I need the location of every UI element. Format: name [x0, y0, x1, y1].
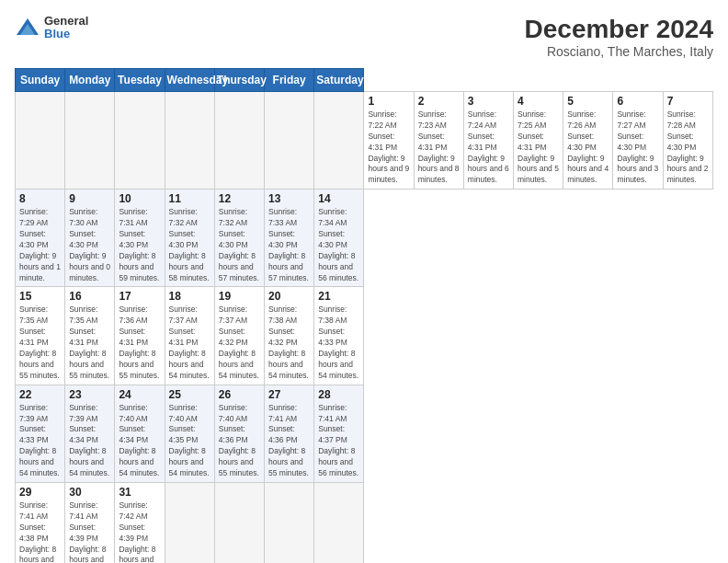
day-info: Sunrise: 7:41 AMSunset: 4:39 PMDaylight:…	[69, 500, 110, 563]
calendar-header-monday: Monday	[65, 69, 115, 92]
day-info: Sunrise: 7:25 AMSunset: 4:31 PMDaylight:…	[518, 109, 559, 186]
day-info: Sunrise: 7:40 AMSunset: 4:35 PMDaylight:…	[169, 403, 210, 479]
day-number: 24	[119, 388, 160, 401]
calendar-cell: 5Sunrise: 7:26 AMSunset: 4:30 PMDaylight…	[563, 92, 613, 190]
calendar-cell	[65, 92, 115, 190]
calendar-week-2: 8Sunrise: 7:29 AMSunset: 4:30 PMDaylight…	[16, 190, 713, 287]
calendar-header-row: SundayMondayTuesdayWednesdayThursdayFrid…	[16, 69, 713, 92]
calendar-cell: 31Sunrise: 7:42 AMSunset: 4:39 PMDayligh…	[115, 482, 165, 563]
day-info: Sunrise: 7:40 AMSunset: 4:36 PMDaylight:…	[219, 403, 260, 479]
calendar-cell	[214, 482, 264, 563]
calendar-cell: 21Sunrise: 7:38 AMSunset: 4:33 PMDayligh…	[314, 287, 364, 385]
day-info: Sunrise: 7:30 AMSunset: 4:30 PMDaylight:…	[69, 207, 110, 283]
calendar-cell: 27Sunrise: 7:41 AMSunset: 4:36 PMDayligh…	[265, 385, 314, 482]
day-info: Sunrise: 7:32 AMSunset: 4:30 PMDaylight:…	[219, 207, 260, 283]
day-info: Sunrise: 7:38 AMSunset: 4:33 PMDaylight:…	[318, 304, 359, 381]
day-info: Sunrise: 7:24 AMSunset: 4:31 PMDaylight:…	[468, 109, 509, 186]
day-info: Sunrise: 7:41 AMSunset: 4:38 PMDaylight:…	[19, 500, 61, 563]
calendar-cell: 23Sunrise: 7:39 AMSunset: 4:34 PMDayligh…	[65, 385, 115, 482]
calendar-cell	[314, 92, 364, 190]
calendar-cell: 25Sunrise: 7:40 AMSunset: 4:35 PMDayligh…	[165, 385, 214, 482]
logo-text: General Blue	[44, 15, 88, 41]
day-number: 5	[567, 95, 609, 108]
day-number: 2	[418, 95, 460, 108]
calendar-cell: 8Sunrise: 7:29 AMSunset: 4:30 PMDaylight…	[16, 190, 65, 287]
calendar-body: 1Sunrise: 7:22 AMSunset: 4:31 PMDaylight…	[16, 92, 713, 564]
calendar-cell	[314, 482, 364, 563]
calendar-header-friday: Friday	[265, 69, 314, 92]
month-title: December 2024	[525, 15, 713, 44]
day-info: Sunrise: 7:26 AMSunset: 4:30 PMDaylight:…	[567, 109, 609, 186]
day-info: Sunrise: 7:36 AMSunset: 4:31 PMDaylight:…	[119, 304, 160, 381]
calendar-cell	[165, 92, 214, 190]
day-number: 28	[318, 388, 359, 401]
day-info: Sunrise: 7:42 AMSunset: 4:39 PMDaylight:…	[119, 500, 160, 563]
calendar-cell: 10Sunrise: 7:31 AMSunset: 4:30 PMDayligh…	[115, 190, 165, 287]
calendar-cell: 1Sunrise: 7:22 AMSunset: 4:31 PMDaylight…	[364, 92, 414, 190]
day-number: 27	[268, 388, 310, 401]
day-number: 16	[69, 290, 110, 303]
calendar-cell: 11Sunrise: 7:32 AMSunset: 4:30 PMDayligh…	[165, 190, 214, 287]
day-number: 18	[169, 290, 210, 303]
calendar-cell	[265, 482, 314, 563]
calendar-cell: 15Sunrise: 7:35 AMSunset: 4:31 PMDayligh…	[16, 287, 65, 385]
day-info: Sunrise: 7:27 AMSunset: 4:30 PMDaylight:…	[617, 109, 658, 186]
calendar-header-saturday: Saturday	[314, 69, 364, 92]
calendar-cell: 24Sunrise: 7:40 AMSunset: 4:34 PMDayligh…	[115, 385, 165, 482]
day-info: Sunrise: 7:39 AMSunset: 4:34 PMDaylight:…	[69, 403, 110, 479]
calendar-cell	[16, 92, 65, 190]
page: General Blue December 2024 Rosciano, The…	[0, 0, 728, 563]
calendar-cell: 20Sunrise: 7:38 AMSunset: 4:32 PMDayligh…	[265, 287, 314, 385]
day-info: Sunrise: 7:31 AMSunset: 4:30 PMDaylight:…	[119, 207, 160, 283]
day-number: 31	[119, 486, 160, 499]
day-number: 20	[268, 290, 310, 303]
calendar-cell: 14Sunrise: 7:34 AMSunset: 4:30 PMDayligh…	[314, 190, 364, 287]
calendar-cell	[165, 482, 214, 563]
calendar-cell: 12Sunrise: 7:32 AMSunset: 4:30 PMDayligh…	[214, 190, 264, 287]
day-info: Sunrise: 7:28 AMSunset: 4:30 PMDaylight:…	[667, 109, 709, 186]
day-number: 10	[119, 192, 160, 205]
day-number: 17	[119, 290, 160, 303]
day-number: 14	[318, 192, 359, 205]
day-number: 8	[19, 192, 61, 205]
calendar-table: SundayMondayTuesdayWednesdayThursdayFrid…	[15, 68, 713, 563]
day-info: Sunrise: 7:37 AMSunset: 4:32 PMDaylight:…	[219, 304, 260, 381]
day-info: Sunrise: 7:35 AMSunset: 4:31 PMDaylight:…	[69, 304, 110, 381]
calendar-cell: 4Sunrise: 7:25 AMSunset: 4:31 PMDaylight…	[514, 92, 563, 190]
day-number: 30	[69, 486, 110, 499]
day-info: Sunrise: 7:39 AMSunset: 4:33 PMDaylight:…	[19, 403, 61, 479]
day-info: Sunrise: 7:23 AMSunset: 4:31 PMDaylight:…	[418, 109, 460, 186]
day-info: Sunrise: 7:40 AMSunset: 4:34 PMDaylight:…	[119, 403, 160, 479]
title-block: December 2024 Rosciano, The Marches, Ita…	[525, 15, 713, 59]
day-info: Sunrise: 7:22 AMSunset: 4:31 PMDaylight:…	[368, 109, 409, 186]
day-info: Sunrise: 7:37 AMSunset: 4:31 PMDaylight:…	[169, 304, 210, 381]
day-number: 15	[19, 290, 61, 303]
day-number: 6	[617, 95, 658, 108]
calendar-cell: 2Sunrise: 7:23 AMSunset: 4:31 PMDaylight…	[414, 92, 463, 190]
calendar-header-wednesday: Wednesday	[165, 69, 214, 92]
logo-blue: Blue	[44, 28, 88, 40]
calendar-cell: 13Sunrise: 7:33 AMSunset: 4:30 PMDayligh…	[265, 190, 314, 287]
calendar-week-1: 1Sunrise: 7:22 AMSunset: 4:31 PMDaylight…	[16, 92, 713, 190]
day-number: 21	[318, 290, 359, 303]
day-info: Sunrise: 7:33 AMSunset: 4:30 PMDaylight:…	[268, 207, 310, 283]
day-info: Sunrise: 7:32 AMSunset: 4:30 PMDaylight:…	[169, 207, 210, 283]
day-number: 23	[69, 388, 110, 401]
calendar-week-4: 22Sunrise: 7:39 AMSunset: 4:33 PMDayligh…	[16, 385, 713, 482]
calendar-cell: 29Sunrise: 7:41 AMSunset: 4:38 PMDayligh…	[16, 482, 65, 563]
day-info: Sunrise: 7:41 AMSunset: 4:37 PMDaylight:…	[318, 403, 359, 479]
day-number: 11	[169, 192, 210, 205]
day-number: 13	[268, 192, 310, 205]
day-number: 19	[219, 290, 260, 303]
calendar-cell: 18Sunrise: 7:37 AMSunset: 4:31 PMDayligh…	[165, 287, 214, 385]
day-number: 12	[219, 192, 260, 205]
day-number: 4	[518, 95, 559, 108]
calendar-cell: 9Sunrise: 7:30 AMSunset: 4:30 PMDaylight…	[65, 190, 115, 287]
day-number: 7	[667, 95, 709, 108]
day-info: Sunrise: 7:35 AMSunset: 4:31 PMDaylight:…	[19, 304, 61, 381]
location: Rosciano, The Marches, Italy	[525, 44, 713, 59]
calendar-cell: 22Sunrise: 7:39 AMSunset: 4:33 PMDayligh…	[16, 385, 65, 482]
calendar-week-5: 29Sunrise: 7:41 AMSunset: 4:38 PMDayligh…	[16, 482, 713, 563]
calendar-cell: 19Sunrise: 7:37 AMSunset: 4:32 PMDayligh…	[214, 287, 264, 385]
calendar-cell: 7Sunrise: 7:28 AMSunset: 4:30 PMDaylight…	[663, 92, 712, 190]
